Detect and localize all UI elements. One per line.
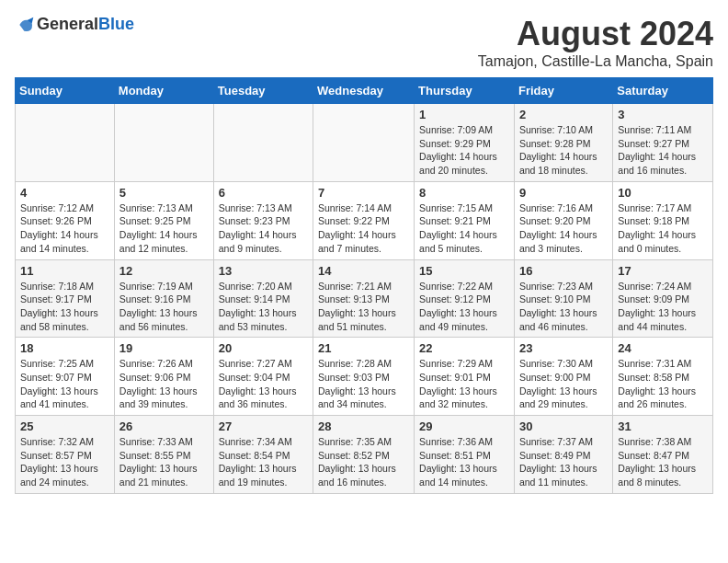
- week-row-2: 4Sunrise: 7:12 AM Sunset: 9:26 PM Daylig…: [16, 181, 713, 259]
- day-cell: 13Sunrise: 7:20 AM Sunset: 9:14 PM Dayli…: [213, 259, 313, 338]
- day-cell: 7Sunrise: 7:14 AM Sunset: 9:22 PM Daylig…: [313, 181, 415, 259]
- day-cell: 29Sunrise: 7:36 AM Sunset: 8:51 PM Dayli…: [415, 416, 515, 494]
- day-number: 13: [219, 264, 308, 278]
- day-cell: 25Sunrise: 7:32 AM Sunset: 8:57 PM Dayli…: [16, 416, 115, 494]
- day-cell: 31Sunrise: 7:38 AM Sunset: 8:47 PM Dayli…: [613, 416, 713, 494]
- day-content: Sunrise: 7:29 AM Sunset: 9:01 PM Dayligh…: [419, 357, 509, 411]
- day-number: 24: [618, 341, 708, 355]
- day-content: Sunrise: 7:09 AM Sunset: 9:29 PM Dayligh…: [419, 123, 509, 178]
- weekday-header-tuesday: Tuesday: [213, 78, 313, 104]
- day-content: Sunrise: 7:23 AM Sunset: 9:10 PM Dayligh…: [519, 280, 608, 334]
- day-cell: 22Sunrise: 7:29 AM Sunset: 9:01 PM Dayli…: [415, 338, 515, 416]
- day-cell: [16, 104, 115, 182]
- weekday-header-friday: Friday: [514, 78, 612, 104]
- weekday-header-row: SundayMondayTuesdayWednesdayThursdayFrid…: [16, 78, 713, 104]
- day-cell: 27Sunrise: 7:34 AM Sunset: 8:54 PM Dayli…: [213, 416, 313, 494]
- title-area: August 2024 Tamajon, Castille-La Mancha,…: [478, 15, 713, 70]
- day-number: 30: [519, 419, 608, 433]
- weekday-header-thursday: Thursday: [415, 78, 515, 104]
- day-number: 16: [519, 264, 608, 278]
- day-cell: 14Sunrise: 7:21 AM Sunset: 9:13 PM Dayli…: [313, 259, 415, 338]
- day-number: 14: [318, 264, 409, 278]
- day-content: Sunrise: 7:12 AM Sunset: 9:26 PM Dayligh…: [20, 201, 109, 256]
- logo-text-general: General: [37, 15, 98, 33]
- day-cell: 8Sunrise: 7:15 AM Sunset: 9:21 PM Daylig…: [415, 181, 515, 259]
- day-cell: 17Sunrise: 7:24 AM Sunset: 9:09 PM Dayli…: [613, 259, 713, 338]
- day-cell: [114, 104, 213, 182]
- weekday-header-wednesday: Wednesday: [313, 78, 415, 104]
- day-cell: 6Sunrise: 7:13 AM Sunset: 9:23 PM Daylig…: [213, 181, 313, 259]
- day-number: 23: [519, 341, 608, 355]
- day-content: Sunrise: 7:34 AM Sunset: 8:54 PM Dayligh…: [219, 435, 308, 489]
- day-cell: 24Sunrise: 7:31 AM Sunset: 8:58 PM Dayli…: [613, 338, 713, 416]
- day-number: 6: [219, 186, 308, 200]
- day-content: Sunrise: 7:27 AM Sunset: 9:04 PM Dayligh…: [219, 357, 308, 411]
- day-content: Sunrise: 7:37 AM Sunset: 8:49 PM Dayligh…: [519, 435, 608, 489]
- day-content: Sunrise: 7:13 AM Sunset: 9:23 PM Dayligh…: [219, 201, 308, 256]
- day-content: Sunrise: 7:32 AM Sunset: 8:57 PM Dayligh…: [20, 435, 109, 489]
- week-row-4: 18Sunrise: 7:25 AM Sunset: 9:07 PM Dayli…: [16, 338, 713, 416]
- day-content: Sunrise: 7:28 AM Sunset: 9:03 PM Dayligh…: [318, 357, 409, 411]
- day-cell: 23Sunrise: 7:30 AM Sunset: 9:00 PM Dayli…: [514, 338, 612, 416]
- day-number: 25: [20, 419, 109, 433]
- day-cell: 10Sunrise: 7:17 AM Sunset: 9:18 PM Dayli…: [613, 181, 713, 259]
- day-number: 5: [119, 186, 209, 200]
- day-number: 15: [419, 264, 509, 278]
- day-number: 12: [119, 264, 209, 278]
- day-cell: 21Sunrise: 7:28 AM Sunset: 9:03 PM Dayli…: [313, 338, 415, 416]
- day-cell: 30Sunrise: 7:37 AM Sunset: 8:49 PM Dayli…: [514, 416, 612, 494]
- day-content: Sunrise: 7:33 AM Sunset: 8:55 PM Dayligh…: [119, 435, 209, 489]
- day-number: 3: [618, 108, 708, 121]
- day-cell: 16Sunrise: 7:23 AM Sunset: 9:10 PM Dayli…: [514, 259, 612, 338]
- day-content: Sunrise: 7:13 AM Sunset: 9:25 PM Dayligh…: [119, 201, 209, 256]
- day-cell: 11Sunrise: 7:18 AM Sunset: 9:17 PM Dayli…: [16, 259, 115, 338]
- day-content: Sunrise: 7:25 AM Sunset: 9:07 PM Dayligh…: [20, 357, 109, 411]
- day-content: Sunrise: 7:22 AM Sunset: 9:12 PM Dayligh…: [419, 280, 509, 334]
- day-cell: 26Sunrise: 7:33 AM Sunset: 8:55 PM Dayli…: [114, 416, 213, 494]
- week-row-1: 1Sunrise: 7:09 AM Sunset: 9:29 PM Daylig…: [16, 104, 713, 182]
- day-cell: 15Sunrise: 7:22 AM Sunset: 9:12 PM Dayli…: [415, 259, 515, 338]
- day-number: 22: [419, 341, 509, 355]
- day-content: Sunrise: 7:11 AM Sunset: 9:27 PM Dayligh…: [618, 123, 708, 178]
- day-content: Sunrise: 7:19 AM Sunset: 9:16 PM Dayligh…: [119, 280, 209, 334]
- day-number: 7: [318, 186, 409, 200]
- day-number: 9: [519, 186, 608, 200]
- day-number: 18: [20, 341, 109, 355]
- day-content: Sunrise: 7:15 AM Sunset: 9:21 PM Dayligh…: [419, 201, 509, 256]
- day-cell: 19Sunrise: 7:26 AM Sunset: 9:06 PM Dayli…: [114, 338, 213, 416]
- logo-text-blue: Blue: [98, 15, 134, 33]
- header: GeneralBlue August 2024 Tamajon, Castill…: [15, 15, 713, 70]
- day-content: Sunrise: 7:31 AM Sunset: 8:58 PM Dayligh…: [618, 357, 708, 411]
- day-number: 10: [618, 186, 708, 200]
- day-number: 8: [419, 186, 509, 200]
- day-number: 1: [419, 108, 509, 121]
- day-number: 29: [419, 419, 509, 433]
- day-number: 27: [219, 419, 308, 433]
- day-content: Sunrise: 7:18 AM Sunset: 9:17 PM Dayligh…: [20, 280, 109, 334]
- day-cell: 18Sunrise: 7:25 AM Sunset: 9:07 PM Dayli…: [16, 338, 115, 416]
- calendar-table: SundayMondayTuesdayWednesdayThursdayFrid…: [15, 77, 713, 494]
- day-content: Sunrise: 7:16 AM Sunset: 9:20 PM Dayligh…: [519, 201, 608, 256]
- day-number: 26: [119, 419, 209, 433]
- day-cell: 3Sunrise: 7:11 AM Sunset: 9:27 PM Daylig…: [613, 104, 713, 182]
- day-content: Sunrise: 7:38 AM Sunset: 8:47 PM Dayligh…: [618, 435, 708, 489]
- day-cell: 20Sunrise: 7:27 AM Sunset: 9:04 PM Dayli…: [213, 338, 313, 416]
- day-cell: 1Sunrise: 7:09 AM Sunset: 9:29 PM Daylig…: [415, 104, 515, 182]
- day-cell: [213, 104, 313, 182]
- day-content: Sunrise: 7:14 AM Sunset: 9:22 PM Dayligh…: [318, 201, 409, 256]
- day-number: 17: [618, 264, 708, 278]
- weekday-header-monday: Monday: [114, 78, 213, 104]
- day-number: 28: [318, 419, 409, 433]
- logo-icon: [17, 16, 35, 34]
- day-number: 20: [219, 341, 308, 355]
- week-row-5: 25Sunrise: 7:32 AM Sunset: 8:57 PM Dayli…: [16, 416, 713, 494]
- weekday-header-saturday: Saturday: [613, 78, 713, 104]
- day-cell: 4Sunrise: 7:12 AM Sunset: 9:26 PM Daylig…: [16, 181, 115, 259]
- main-title: August 2024: [478, 15, 713, 53]
- day-number: 11: [20, 264, 109, 278]
- day-content: Sunrise: 7:35 AM Sunset: 8:52 PM Dayligh…: [318, 435, 409, 489]
- day-content: Sunrise: 7:24 AM Sunset: 9:09 PM Dayligh…: [618, 280, 708, 334]
- day-number: 19: [119, 341, 209, 355]
- day-number: 2: [519, 108, 608, 121]
- day-number: 4: [20, 186, 109, 200]
